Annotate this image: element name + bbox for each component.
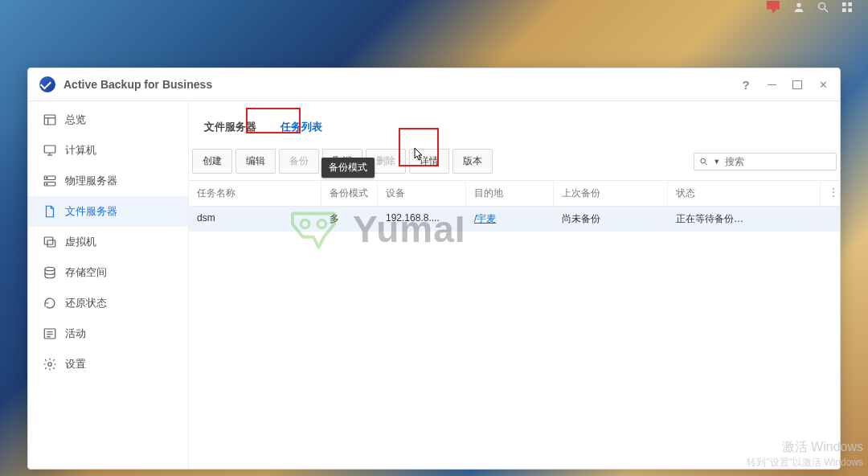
sidebar-item-restore[interactable]: 还原状态 [28,288,188,318]
system-taskbar [765,0,868,13]
magnifier-icon [699,156,708,167]
sidebar-item-file-server[interactable]: 文件服务器 [28,196,188,227]
svg-point-19 [45,267,55,271]
cell-dest: /宇麦 [466,207,554,232]
sidebar-item-label: 存储空间 [65,265,107,280]
sidebar-item-label: 还原状态 [65,296,107,310]
grid-icon[interactable] [841,1,854,14]
search-dropdown-caret[interactable]: ▼ [713,158,720,166]
sidebar-item-label: 物理服务器 [65,174,117,188]
svg-line-26 [705,162,707,165]
toolbar: 创建 编辑 备份 取消 删除 详情 版本 ▼ [189,142,840,180]
vm-icon [43,235,57,249]
search-box[interactable]: ▼ [694,153,837,170]
svg-rect-3 [842,2,846,6]
gear-icon [43,357,57,371]
dest-link[interactable]: /宇麦 [474,213,496,224]
help-button[interactable] [739,77,753,92]
app-window: Active Backup for Business 总览 计算机 物理服务器 [27,68,841,470]
sidebar-item-activity[interactable]: 活动 [28,318,188,349]
svg-rect-18 [47,240,55,247]
search-icon[interactable] [817,1,829,14]
cell-name: dsm [189,207,321,232]
col-status[interactable]: 状态 [668,181,821,206]
version-button[interactable]: 版本 [452,149,493,174]
sidebar-item-label: 总览 [65,113,86,127]
server-icon [43,174,57,188]
cell-status: 正在等待备份… [668,207,821,232]
main-panel: 文件服务器 任务列表 创建 编辑 备份 取消 删除 详情 版本 ▼ [189,101,840,469]
col-device[interactable]: 设备 [378,181,466,206]
user-icon[interactable] [792,1,805,14]
window-title: Active Backup for Business [63,78,212,91]
col-last-backup[interactable]: 上次备份 [554,181,668,206]
minimize-button[interactable] [764,77,779,92]
close-button[interactable] [816,77,830,92]
notification-icon[interactable] [765,1,781,14]
window-controls [739,77,830,92]
svg-rect-5 [842,8,846,12]
edit-button[interactable]: 编辑 [235,149,276,174]
svg-point-1 [819,3,825,10]
sidebar-item-label: 设置 [65,357,86,371]
sidebar-item-label: 虚拟机 [65,235,96,249]
cell-device: 192.168.8.... [378,207,466,232]
title-bar: Active Backup for Business [28,68,840,101]
cancel-button[interactable]: 取消 [322,149,362,174]
svg-rect-7 [44,115,55,125]
sidebar-item-overview[interactable]: 总览 [28,105,188,135]
svg-rect-6 [848,8,852,12]
file-server-icon [43,204,57,219]
sidebar-item-computer[interactable]: 计算机 [28,135,188,166]
cell-mode: 多 [321,207,378,232]
table-row[interactable]: dsm 多 192.168.8.... /宇麦 尚未备份 正在等待备份… [189,207,840,232]
dashboard-icon [43,113,57,127]
monitor-icon [43,143,57,158]
maximize-button[interactable] [790,77,805,92]
table-header: 任务名称 备份模式 设备 目的地 上次备份 状态 ⋮ [189,180,840,207]
database-icon [43,265,57,280]
sidebar-item-storage[interactable]: 存储空间 [28,257,188,288]
tab-file-server[interactable]: 文件服务器 [192,111,268,142]
svg-rect-4 [848,2,852,6]
restore-icon [43,296,57,310]
os-watermark-line2: 转到"设置"以激活 Windows [747,456,863,470]
app-icon [39,76,55,92]
svg-point-0 [796,3,800,7]
svg-point-24 [48,363,52,367]
os-watermark-line1: 激活 Windows [747,439,863,456]
activity-icon [43,326,57,341]
backup-button[interactable]: 备份 [279,149,319,174]
svg-rect-10 [44,146,55,153]
col-task-name[interactable]: 任务名称 [189,181,321,206]
col-backup-mode[interactable]: 备份模式 [321,181,378,206]
col-more[interactable]: ⋮ [821,181,840,206]
svg-rect-17 [44,237,53,244]
search-input[interactable] [725,156,831,167]
tab-task-list[interactable]: 任务列表 [268,111,334,142]
col-dest[interactable]: 目的地 [466,181,554,206]
create-button[interactable]: 创建 [192,149,232,174]
sidebar-item-vm[interactable]: 虚拟机 [28,227,188,257]
cell-last: 尚未备份 [554,207,668,232]
sidebar-item-settings[interactable]: 设置 [28,349,188,380]
svg-point-16 [47,183,48,185]
svg-point-15 [47,178,48,179]
tab-bar: 文件服务器 任务列表 [189,101,840,142]
delete-button[interactable]: 删除 [366,149,406,174]
sidebar-item-label: 文件服务器 [65,204,117,219]
sidebar-item-label: 计算机 [65,143,96,158]
svg-point-25 [701,158,706,163]
svg-line-2 [825,9,828,12]
sidebar: 总览 计算机 物理服务器 文件服务器 虚拟机 存储空间 [28,101,189,469]
sidebar-item-physical-server[interactable]: 物理服务器 [28,166,188,196]
sidebar-item-label: 活动 [65,326,86,341]
os-activation-watermark: 激活 Windows 转到"设置"以激活 Windows [747,439,863,470]
details-button[interactable]: 详情 [409,149,449,174]
